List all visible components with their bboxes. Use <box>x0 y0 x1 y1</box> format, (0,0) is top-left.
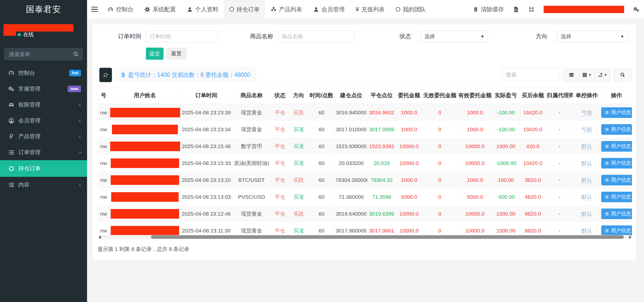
nav-tab-product-list[interactable]: 产品列表 <box>265 0 308 19</box>
cogs-icon[interactable] <box>633 6 639 13</box>
cell-time: 2025-04-08 23:15:33 <box>180 155 232 172</box>
cell-profit: -100.00 <box>493 104 519 121</box>
reset-button[interactable]: 重置 <box>166 48 187 60</box>
order-time-input[interactable] <box>146 30 218 42</box>
redacted-user-name <box>111 209 179 219</box>
nav-tab-system-config[interactable]: 系统配置 <box>139 0 181 19</box>
cell-value: 1000.00 <box>496 211 515 217</box>
cell-open_point: 3016.940000 <box>335 104 367 121</box>
nav-tab-dashboard[interactable]: 控制台 <box>102 0 139 19</box>
cell-invalid_amount: 0 <box>422 121 457 138</box>
advanced-search-button[interactable] <box>614 68 631 81</box>
cell-value: 60 <box>318 126 324 132</box>
document-icon[interactable] <box>513 6 519 13</box>
cell-value: 平仓 <box>275 143 285 149</box>
online-status-dot <box>18 33 21 36</box>
scroll-left-arrow[interactable] <box>99 236 101 239</box>
cell-close_point: 78304.32 <box>367 172 396 188</box>
cell-invalid_amount: 0 <box>422 104 457 121</box>
nav-tab-label: 充值列表 <box>361 6 385 13</box>
cell-value: 平仓 <box>275 194 285 200</box>
cell-balance: 18420.0 <box>519 104 546 121</box>
sidebar-item-label: 常规管理 <box>18 85 41 93</box>
user-info-button[interactable]: 用户信息 <box>601 175 632 185</box>
control-action-link[interactable]: 默认 <box>581 177 592 184</box>
nav-tab-label: 产品列表 <box>279 6 302 13</box>
sidebar-item-members[interactable]: 会员管理 ‹ <box>0 113 87 128</box>
sidebar-item-dashboard[interactable]: 控制台 hot <box>0 65 87 81</box>
user-info-button[interactable]: 用户信息 <box>601 124 632 135</box>
user-info-button[interactable]: 用户信息 <box>601 141 632 152</box>
user-info-label: 用户信息 <box>611 210 631 217</box>
control-action-link[interactable]: 默认 <box>581 194 592 201</box>
sidebar-toggle-button[interactable] <box>87 0 102 19</box>
cell-value: 现货黄金 <box>241 126 262 132</box>
sidebar-item-orders[interactable]: 订单管理 ‹ <box>0 144 87 160</box>
cell-value: 买涨 <box>293 228 304 233</box>
table-search-input[interactable] <box>502 68 560 81</box>
user-info-button[interactable]: 用户信息 <box>601 225 632 236</box>
user-info-button[interactable]: 用户信息 <box>601 107 632 118</box>
nav-tab-position-orders[interactable]: 持仓订单 <box>224 0 265 19</box>
nav-tab-recharge-list[interactable]: ¥ 充值列表 <box>350 0 390 19</box>
cell-invalid_amount: 0 <box>422 205 457 222</box>
cell-value: - <box>559 211 560 217</box>
search-icon <box>73 51 79 57</box>
export-icon <box>598 72 603 78</box>
sidebar-item-general[interactable]: 常规管理 new <box>0 81 87 97</box>
horizontal-scrollbar[interactable] <box>98 235 632 239</box>
cell-agent: - <box>546 188 573 205</box>
app-logo: 国泰君安 <box>0 0 87 19</box>
control-action-link[interactable]: 默认 <box>581 228 592 234</box>
product-name-input[interactable] <box>278 30 354 42</box>
toggle-view-button[interactable] <box>564 68 579 81</box>
sidebar-item-permissions[interactable]: 权限管理 ‹ <box>0 97 87 113</box>
list-icon <box>605 161 609 165</box>
cell-valid_amount: 1000.0 <box>457 172 493 188</box>
nav-tab-member-management[interactable]: 会员管理 <box>308 0 350 19</box>
cell-no: nw <box>98 104 110 121</box>
column-header-open_point: 建仓点位 <box>335 87 367 104</box>
cell-status: 平仓 <box>271 172 289 188</box>
user-info-button[interactable]: 用户信息 <box>601 192 632 202</box>
nav-tab-my-team[interactable]: 我的团队 <box>390 0 431 19</box>
user-info-button[interactable]: 用户信息 <box>601 158 632 169</box>
cell-time: 2025-04-08 23:23:39 <box>180 104 232 121</box>
columns-button[interactable]: ▼ <box>579 68 595 81</box>
cell-value: 100.00 <box>498 177 514 183</box>
sidebar-item-products[interactable]: ₽ 产品管理 ‹ <box>0 128 87 144</box>
fullscreen-icon[interactable] <box>528 6 535 13</box>
control-action-link[interactable]: 默认 <box>581 160 592 167</box>
cell-time: 2025-04-08 23:13:03 <box>180 188 232 205</box>
sidebar-item-content[interactable]: 内容 ‹ <box>0 177 87 193</box>
control-action-link[interactable]: 默认 <box>581 143 592 150</box>
status-select[interactable]: 选择 ▼ <box>421 30 488 42</box>
cell-value: - <box>559 194 560 200</box>
cell-value: 78304.350000 <box>336 177 368 183</box>
scroll-right-arrow[interactable] <box>629 236 631 239</box>
cell-value: 平仓 <box>275 211 285 217</box>
control-action-link[interactable]: 亏损 <box>581 126 592 133</box>
list-icon <box>605 127 609 132</box>
gear-icon <box>144 7 150 12</box>
control-action-link[interactable]: 亏损 <box>581 110 592 116</box>
submit-button[interactable]: 提交 <box>146 48 164 60</box>
control-action-link[interactable]: 默认 <box>581 211 592 218</box>
cell-no: nw <box>98 155 110 172</box>
clear-cache-button[interactable]: 清除缓存 <box>473 6 504 13</box>
cell-value: 平仓 <box>275 177 285 183</box>
direction-select[interactable]: 选择 ▼ <box>557 30 628 42</box>
cell-value: - <box>559 110 560 115</box>
refresh-button[interactable] <box>99 68 112 82</box>
orders-table-wrap: 号用户姓名订单时间商品名称状态方向时间/点数建仓点位平仓点位委托金额无效委托金额… <box>98 87 632 239</box>
record-summary: 显示第 1 到第 8 条记录，总共 8 条记录 <box>98 246 189 253</box>
cell-value: 现货黄金 <box>241 110 262 115</box>
table-row: nw2025-04-08 23:15:33原油(美国轻油)平仓买涨6020.03… <box>98 155 632 172</box>
export-button[interactable]: ▼ <box>595 68 610 81</box>
nav-tab-profile[interactable]: 个人资料 <box>181 0 224 19</box>
scrollbar-thumb[interactable] <box>151 235 624 239</box>
sidebar-item-position-orders[interactable]: 持仓订单 <box>0 160 87 177</box>
sidebar-search-input[interactable] <box>9 48 70 61</box>
cell-value: 1000.0 <box>401 110 417 115</box>
user-info-button[interactable]: 用户信息 <box>601 209 632 219</box>
